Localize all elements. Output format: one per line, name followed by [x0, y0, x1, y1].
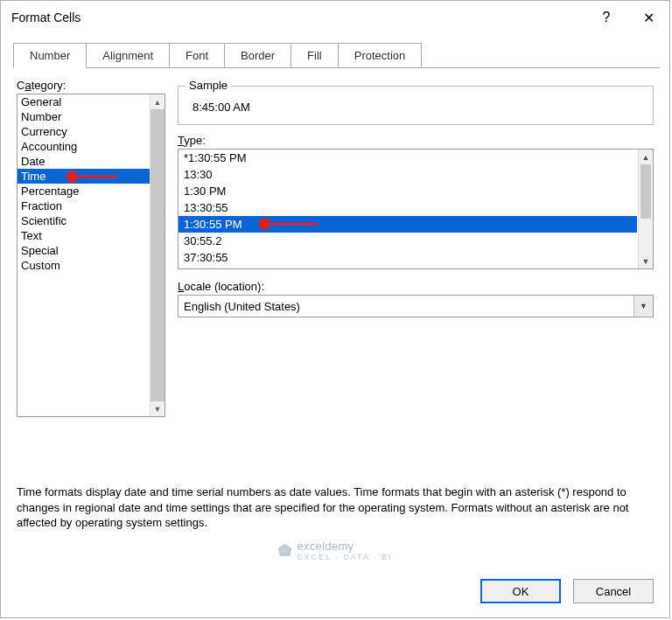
tab-border[interactable]: Border — [224, 43, 291, 68]
category-label: Category: — [17, 79, 165, 92]
format-cells-dialog: Format Cells ? ✕ Number Alignment Font B… — [0, 0, 670, 618]
tab-protection[interactable]: Protection — [338, 43, 423, 68]
tab-content: Category: GeneralNumberCurrencyAccountin… — [1, 68, 669, 574]
annotation-arrow-icon — [259, 218, 320, 230]
scroll-up-icon[interactable]: ▲ — [639, 150, 653, 164]
watermark-tagline: EXCEL · DATA · BI — [298, 553, 393, 561]
close-button[interactable]: ✕ — [627, 1, 669, 34]
tab-alignment[interactable]: Alignment — [86, 43, 170, 68]
locale-value: English (United States) — [184, 300, 300, 313]
category-item[interactable]: Currency — [18, 124, 150, 139]
tab-strip: Number Alignment Font Border Fill Protec… — [13, 43, 661, 68]
titlebar: Format Cells ? ✕ — [1, 1, 669, 34]
category-item[interactable]: Number — [18, 109, 150, 124]
help-button[interactable]: ? — [585, 1, 627, 34]
tab-number[interactable]: Number — [13, 43, 87, 68]
sample-group: Sample 8:45:00 AM — [178, 86, 654, 125]
type-listbox[interactable]: *1:30:55 PM13:301:30 PM13:30:551:30:55 P… — [178, 149, 654, 269]
category-item[interactable]: Accounting — [18, 139, 150, 154]
type-item[interactable]: 37:30:55 — [178, 249, 637, 266]
type-item[interactable]: 30:55.2 — [178, 233, 637, 249]
category-listbox[interactable]: GeneralNumberCurrencyAccountingDateTimeP… — [17, 94, 165, 417]
tab-fill[interactable]: Fill — [290, 43, 339, 68]
locale-label: Locale (location): — [178, 280, 654, 293]
type-item[interactable]: *1:30:55 PM — [178, 150, 637, 166]
category-item[interactable]: Time — [18, 169, 150, 184]
type-label: Type: — [178, 134, 654, 147]
dropdown-icon[interactable]: ▼ — [634, 296, 653, 317]
watermark-logo-icon — [278, 544, 292, 558]
category-item[interactable]: Custom — [18, 258, 150, 273]
tab-font[interactable]: Font — [169, 43, 225, 68]
type-item[interactable]: 1:30:55 PM — [178, 216, 637, 233]
ok-button[interactable]: OK — [480, 579, 561, 603]
category-item[interactable]: Special — [18, 243, 150, 258]
category-item[interactable]: Percentage — [18, 184, 150, 199]
format-description: Time formats display date and time seria… — [17, 463, 654, 536]
watermark: exceldemy EXCEL · DATA · BI — [17, 540, 654, 561]
scroll-thumb[interactable] — [640, 164, 651, 219]
dialog-title: Format Cells — [11, 10, 585, 24]
category-item[interactable]: Scientific — [18, 213, 150, 228]
category-item[interactable]: Date — [18, 154, 150, 169]
type-item[interactable]: 13:30:55 — [178, 199, 637, 216]
type-item[interactable]: 13:30 — [178, 166, 637, 183]
category-item[interactable]: General — [18, 94, 150, 109]
dialog-footer: OK Cancel — [1, 574, 669, 617]
category-item[interactable]: Text — [18, 228, 150, 243]
category-scrollbar[interactable]: ▲ ▼ — [150, 94, 164, 416]
scroll-down-icon[interactable]: ▼ — [150, 401, 164, 416]
sample-value: 8:45:00 AM — [187, 99, 644, 115]
scroll-down-icon[interactable]: ▼ — [639, 254, 653, 268]
locale-select[interactable]: English (United States) ▼ — [178, 295, 654, 317]
sample-label: Sample — [186, 79, 231, 92]
scroll-up-icon[interactable]: ▲ — [150, 94, 164, 109]
type-scrollbar[interactable]: ▲ ▼ — [638, 150, 653, 268]
annotation-arrow-icon — [66, 171, 119, 183]
category-item[interactable]: Fraction — [18, 199, 150, 213]
type-item[interactable]: 1:30 PM — [178, 183, 637, 199]
cancel-button[interactable]: Cancel — [573, 579, 654, 603]
watermark-brand: exceldemy — [298, 540, 393, 553]
scroll-thumb[interactable] — [150, 109, 164, 401]
